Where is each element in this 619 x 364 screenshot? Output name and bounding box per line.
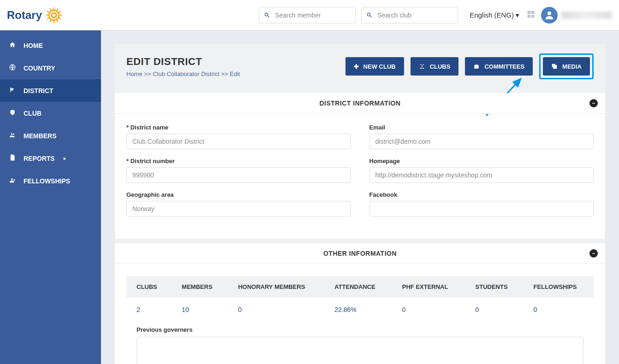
page-title: EDIT DISTRICT xyxy=(126,56,339,68)
section-header: DISTRICT INFORMATION − xyxy=(115,93,605,114)
user-plus-icon xyxy=(8,177,17,185)
search-club-input[interactable] xyxy=(377,7,451,23)
svg-point-25 xyxy=(421,66,422,67)
committees-button[interactable]: COMMITTEES xyxy=(465,57,533,76)
media-button[interactable]: MEDIA xyxy=(543,57,590,76)
svg-point-21 xyxy=(13,134,14,135)
cell-honorary: 0 xyxy=(228,298,324,322)
svg-rect-2 xyxy=(54,21,54,23)
avatar[interactable] xyxy=(541,7,558,23)
caret-right-icon: ▸ xyxy=(64,156,66,161)
geographic-area-label: Geographic area xyxy=(126,191,351,198)
sidebar-item-reports[interactable]: REPORTS ▸ xyxy=(0,147,101,170)
svg-rect-12 xyxy=(49,8,51,10)
button-label: NEW CLUB xyxy=(363,63,396,70)
col-clubs: CLUBS xyxy=(126,276,172,298)
search-member-input[interactable] xyxy=(275,7,349,23)
col-phf: PHF EXTERNAL xyxy=(392,276,465,298)
svg-rect-11 xyxy=(47,11,49,12)
table-header-row: CLUBS MEMBERS HONORARY MEMBERS ATTENDANC… xyxy=(126,276,594,298)
search-icon[interactable] xyxy=(362,12,377,18)
cell-attendance: 22.86% xyxy=(324,298,392,322)
svg-point-22 xyxy=(11,178,13,180)
cell-fellowships: 0 xyxy=(524,298,594,322)
globe-icon xyxy=(8,64,17,72)
apps-grid-icon[interactable] xyxy=(526,10,536,20)
sidebar: HOME COUNTRY DISTRICT CLUB MEMBERS xyxy=(0,30,101,364)
breadcrumb-leaf: Edit xyxy=(230,70,240,77)
shield-icon xyxy=(8,109,17,117)
button-label: CLUBS xyxy=(430,63,451,70)
svg-point-20 xyxy=(11,133,13,135)
username-blurred xyxy=(561,12,612,19)
facebook-label: Facebook xyxy=(369,191,594,198)
sidebar-item-label: COUNTRY xyxy=(24,65,55,72)
stats-table: CLUBS MEMBERS HONORARY MEMBERS ATTENDANC… xyxy=(126,276,594,322)
language-selector[interactable]: English (ENG) ▾ xyxy=(470,11,519,19)
home-icon xyxy=(8,41,17,49)
col-honorary: HONORARY MEMBERS xyxy=(228,276,324,298)
section-title: OTHER INFORMATION xyxy=(323,250,397,257)
collapse-icon[interactable]: − xyxy=(589,99,598,107)
col-students: STUDENTS xyxy=(465,276,524,298)
flag-icon xyxy=(8,87,17,94)
breadcrumb-district[interactable]: Club Collaborator District xyxy=(153,70,220,77)
table-row: 2 10 0 22.86% 0 0 0 xyxy=(126,298,594,322)
file-icon xyxy=(8,154,17,162)
district-number-label: * District number xyxy=(126,158,351,164)
svg-rect-10 xyxy=(47,18,49,19)
main-content: EDIT DISTRICT Home >> Club Collaborator … xyxy=(101,30,619,364)
sidebar-item-label: HOME xyxy=(24,42,43,49)
cell-students: 0 xyxy=(465,298,524,322)
previous-governers-box[interactable] xyxy=(137,337,583,364)
geographic-area-input[interactable] xyxy=(126,201,351,217)
panel-header: EDIT DISTRICT Home >> Club Collaborator … xyxy=(115,44,605,88)
svg-rect-8 xyxy=(56,20,58,22)
sidebar-item-label: REPORTS xyxy=(24,155,55,162)
copy-icon xyxy=(551,63,558,70)
sidebar-item-club[interactable]: CLUB xyxy=(0,102,101,124)
facebook-input[interactable] xyxy=(369,201,594,217)
svg-rect-15 xyxy=(531,11,535,14)
svg-rect-14 xyxy=(528,11,531,14)
email-input[interactable] xyxy=(369,134,594,149)
other-info-section: OTHER INFORMATION − CLUBS MEMBERS HONORA… xyxy=(115,243,605,364)
sidebar-item-country[interactable]: COUNTRY xyxy=(0,57,101,79)
homepage-label: Homepage xyxy=(369,158,594,164)
plus-icon: ✚ xyxy=(354,63,359,70)
new-club-button[interactable]: ✚ NEW CLUB xyxy=(345,57,404,76)
email-label: Email xyxy=(369,124,594,131)
sidebar-item-fellowships[interactable]: FELLOWSHIPS xyxy=(0,170,101,192)
button-label: COMMITTEES xyxy=(484,63,524,70)
search-member-group xyxy=(259,7,356,23)
sidebar-item-label: CLUB xyxy=(24,110,42,117)
clubs-button[interactable]: CLUBS xyxy=(411,57,459,76)
svg-rect-7 xyxy=(59,18,61,19)
sidebar-item-members[interactable]: MEMBERS xyxy=(0,124,101,147)
button-label: MEDIA xyxy=(562,63,582,70)
district-name-input[interactable] xyxy=(126,134,351,149)
search-icon[interactable] xyxy=(259,12,275,18)
svg-point-13 xyxy=(49,10,59,20)
svg-point-18 xyxy=(548,12,551,15)
svg-rect-4 xyxy=(60,14,62,15)
cell-phf: 0 xyxy=(392,298,465,322)
breadcrumb-home[interactable]: Home xyxy=(126,70,143,77)
district-number-input[interactable] xyxy=(126,167,351,183)
sidebar-item-label: FELLOWSHIPS xyxy=(24,177,70,185)
previous-governers-label: Previous governers xyxy=(137,326,583,333)
sidebar-item-district[interactable]: DISTRICT xyxy=(0,79,101,102)
svg-rect-17 xyxy=(531,15,535,18)
logo-text: Rotary xyxy=(7,9,42,22)
sidebar-item-home[interactable]: HOME xyxy=(0,34,101,57)
homepage-input[interactable] xyxy=(369,167,594,183)
briefcase-icon xyxy=(473,63,480,70)
language-label: English (ENG) xyxy=(470,11,514,19)
section-header: OTHER INFORMATION − xyxy=(115,243,605,264)
collapse-icon[interactable]: − xyxy=(589,249,598,258)
cell-clubs: 2 xyxy=(126,298,172,322)
svg-point-0 xyxy=(52,12,56,17)
logo[interactable]: Rotary xyxy=(7,7,62,23)
svg-rect-16 xyxy=(528,15,531,18)
col-fellowships: FELLOWSHIPS xyxy=(524,276,594,298)
